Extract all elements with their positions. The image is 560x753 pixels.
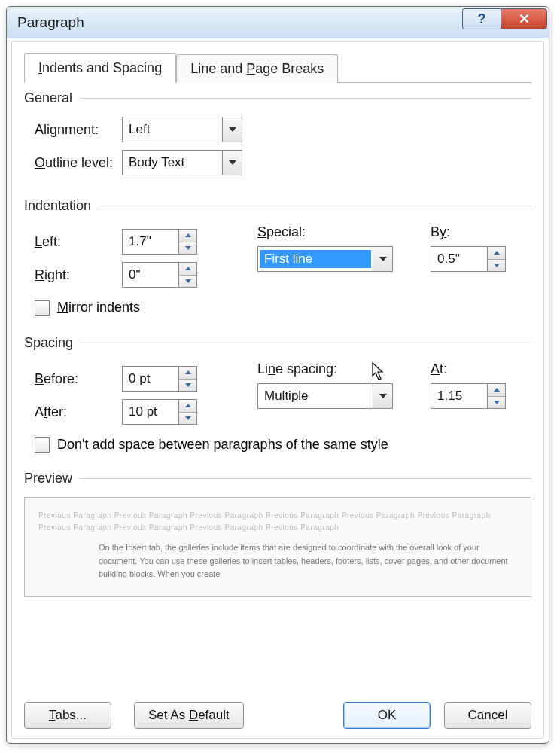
tab-label: Line and Page Breaks: [190, 61, 324, 76]
spin-up-icon[interactable]: [179, 230, 196, 242]
spin-up-icon[interactable]: [179, 367, 196, 380]
at-label: At:: [431, 361, 506, 377]
paragraph-dialog: Paragraph ? ✕ Indents and Spacing Line a…: [6, 6, 549, 744]
group-indentation: Indentation Left: 1.7": [24, 198, 531, 316]
titlebar: Paragraph ? ✕: [7, 7, 549, 38]
mirror-indents-label: Mirror indents: [57, 300, 140, 316]
indent-right-value: 0": [123, 263, 178, 287]
chevron-down-icon[interactable]: [373, 247, 392, 271]
chevron-down-icon[interactable]: [222, 151, 242, 175]
by-value: 0.5": [431, 247, 487, 271]
indent-left-value: 1.7": [123, 230, 178, 254]
spin-up-icon[interactable]: [179, 400, 196, 413]
special-value: First line: [260, 250, 371, 268]
before-spinner[interactable]: 0 pt: [122, 366, 197, 392]
button-row: Tabs... Set As Default OK Cancel: [24, 702, 531, 729]
close-icon: ✕: [519, 11, 530, 27]
spin-down-icon[interactable]: [488, 260, 505, 272]
dont-add-space-label: Don't add space between paragraphs of th…: [57, 437, 388, 453]
group-general: General Alignment: Left Outline level: B…: [24, 90, 531, 175]
by-label: By:: [431, 224, 506, 240]
tab-strip: Indents and Spacing Line and Page Breaks: [24, 53, 531, 83]
ok-button[interactable]: OK: [343, 702, 431, 729]
preview-sample-text: On the Insert tab, the galleries include…: [38, 541, 517, 581]
outline-level-combo[interactable]: Body Text: [122, 150, 242, 175]
tab-line-page-breaks[interactable]: Line and Page Breaks: [176, 54, 338, 83]
indent-left-spinner[interactable]: 1.7": [122, 229, 197, 255]
before-label: Before:: [24, 371, 122, 387]
line-spacing-combo[interactable]: Multiple: [257, 383, 393, 409]
tab-label: Indents and Spacing: [38, 60, 162, 75]
spin-down-icon[interactable]: [179, 380, 196, 392]
help-icon: ?: [478, 11, 486, 27]
group-title: General: [24, 90, 72, 106]
after-value: 10 pt: [123, 400, 178, 424]
divider: [80, 98, 531, 99]
chevron-down-icon[interactable]: [373, 384, 392, 408]
alignment-value: Left: [123, 122, 222, 137]
mirror-indents-checkbox[interactable]: [35, 300, 50, 316]
indent-right-spinner[interactable]: 0": [122, 262, 197, 288]
group-spacing: Spacing Before: 0 pt: [24, 335, 531, 453]
after-label: After:: [24, 404, 122, 420]
dialog-body: Indents and Spacing Line and Page Breaks…: [11, 41, 544, 739]
group-title: Spacing: [24, 335, 73, 351]
dialog-title: Paragraph: [17, 14, 84, 31]
at-value: 1.15: [431, 384, 487, 408]
before-value: 0 pt: [123, 367, 178, 391]
divider: [81, 343, 531, 343]
divider: [80, 478, 531, 479]
by-spinner[interactable]: 0.5": [431, 246, 506, 272]
after-spinner[interactable]: 10 pt: [122, 399, 197, 425]
preview-box: Previous Paragraph Previous Paragraph Pr…: [24, 497, 531, 597]
group-title: Preview: [24, 471, 72, 486]
alignment-combo[interactable]: Left: [122, 117, 242, 142]
divider: [99, 206, 531, 206]
help-button[interactable]: ?: [462, 8, 501, 29]
spin-down-icon[interactable]: [179, 413, 196, 425]
alignment-label: Alignment:: [24, 122, 122, 138]
group-title: Indentation: [24, 198, 91, 214]
special-label: Special:: [257, 224, 408, 240]
group-preview: Preview Previous Paragraph Previous Para…: [24, 471, 531, 597]
spin-up-icon[interactable]: [179, 263, 196, 276]
indent-right-label: Right:: [24, 267, 122, 283]
preview-ghost-text: Previous Paragraph Previous Paragraph Pr…: [38, 510, 517, 534]
outline-level-value: Body Text: [123, 155, 222, 170]
line-spacing-value: Multiple: [258, 389, 373, 404]
special-combo[interactable]: First line: [257, 246, 393, 272]
indent-left-label: Left:: [24, 234, 122, 250]
spin-down-icon[interactable]: [179, 276, 196, 288]
spin-down-icon[interactable]: [488, 397, 505, 409]
spin-up-icon[interactable]: [488, 247, 505, 260]
spin-up-icon[interactable]: [488, 384, 505, 397]
cancel-button[interactable]: Cancel: [444, 702, 531, 729]
chevron-down-icon[interactable]: [222, 117, 242, 142]
dont-add-space-checkbox[interactable]: [35, 437, 50, 453]
set-default-button[interactable]: Set As Default: [134, 702, 244, 729]
tabs-button[interactable]: Tabs...: [24, 702, 111, 729]
tab-indents-spacing[interactable]: Indents and Spacing: [24, 53, 176, 83]
spin-down-icon[interactable]: [179, 242, 196, 255]
at-spinner[interactable]: 1.15: [431, 383, 506, 409]
outline-level-label: Outline level:: [24, 155, 122, 171]
close-button[interactable]: ✕: [501, 8, 547, 29]
line-spacing-label: Line spacing:: [257, 361, 408, 377]
